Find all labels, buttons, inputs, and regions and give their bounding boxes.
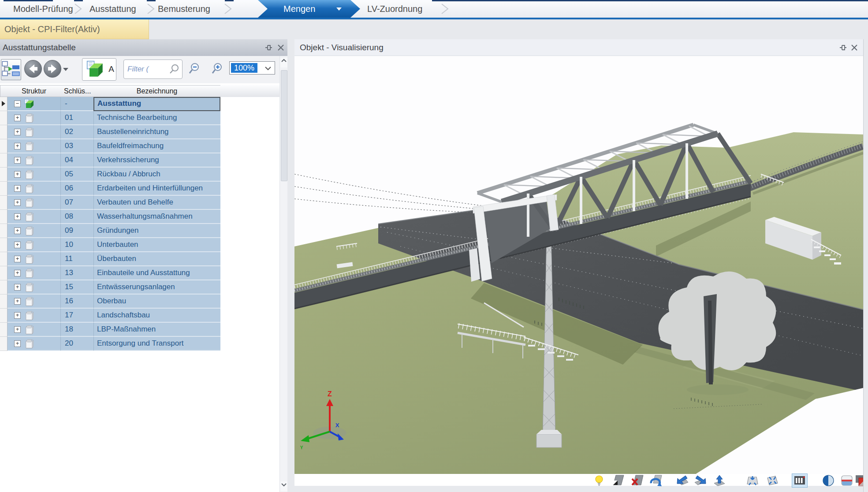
label-cell[interactable]: Verbauten und Behelfe [93, 196, 220, 210]
expand-collapse-icon[interactable]: + [14, 199, 21, 206]
row-marker-cell[interactable] [0, 266, 7, 280]
pin-icon[interactable] [264, 43, 273, 52]
expand-collapse-icon[interactable]: + [14, 213, 21, 220]
tree-cell[interactable]: + [7, 294, 60, 309]
key-cell[interactable]: 18 [60, 323, 93, 337]
row-marker-cell[interactable] [0, 210, 7, 224]
expand-collapse-icon[interactable]: + [14, 227, 21, 234]
label-cell[interactable]: Überbauten [93, 252, 220, 266]
row-marker-cell[interactable] [0, 323, 7, 337]
row-marker-cell[interactable] [0, 309, 7, 323]
delete-object-icon[interactable] [631, 474, 644, 487]
table-row[interactable]: + 16 Oberbau [0, 294, 220, 309]
row-marker-cell[interactable] [0, 168, 7, 182]
expand-collapse-icon[interactable]: + [14, 284, 21, 291]
tree-cell[interactable]: + [7, 182, 60, 196]
table-row[interactable]: + 04 Verkehrssicherung [0, 153, 220, 168]
key-cell[interactable]: 02 [60, 125, 93, 139]
tree-view-button[interactable] [1, 59, 21, 80]
row-marker-cell[interactable] [0, 111, 7, 125]
tree-cell[interactable]: + [7, 153, 60, 168]
model-object-button[interactable]: A [82, 58, 116, 81]
tree-cell[interactable]: + [7, 309, 60, 323]
pin-icon[interactable] [839, 43, 848, 52]
back-button[interactable] [24, 60, 42, 78]
search-icon[interactable] [169, 64, 179, 75]
pan-left-icon[interactable] [675, 474, 689, 487]
row-marker-cell[interactable] [0, 125, 7, 139]
label-cell[interactable]: Erdarbeiten und Hinterfüllungen [93, 182, 220, 196]
expand-collapse-icon[interactable]: + [14, 242, 21, 248]
key-cell[interactable]: 17 [60, 309, 93, 323]
table-row[interactable]: + 17 Landschaftsbau [0, 309, 220, 323]
tree-cell[interactable]: + [7, 125, 60, 139]
table-row[interactable]: + 06 Erdarbeiten und Hinterfüllungen [0, 182, 220, 196]
table-scrollbar[interactable] [279, 56, 287, 492]
key-cell[interactable]: 11 [60, 252, 93, 266]
key-cell[interactable]: 15 [60, 280, 93, 294]
label-cell[interactable]: Verkehrssicherung [93, 153, 220, 168]
label-cell[interactable]: Rückbau / Abbruch [93, 168, 220, 182]
history-dropdown-icon[interactable] [63, 68, 68, 71]
chevron-down-icon[interactable] [336, 7, 342, 11]
label-cell[interactable]: Baufeldfreimachung [93, 139, 220, 153]
label-cell[interactable]: Unterbauten [93, 238, 220, 252]
tree-cell[interactable]: + [7, 111, 60, 125]
table-row[interactable]: + 02 Baustelleneinrichtung [0, 125, 220, 139]
key-cell[interactable]: 10 [60, 238, 93, 252]
tab-ausstattung[interactable]: Ausstattung [89, 0, 136, 18]
zoom-window-icon[interactable] [766, 474, 779, 487]
row-marker-cell[interactable] [0, 252, 7, 266]
key-cell[interactable]: 04 [60, 153, 93, 168]
column-header-struktur[interactable]: Struktur [7, 85, 61, 97]
table-row[interactable]: + 10 Unterbauten [0, 238, 220, 252]
expand-collapse-icon[interactable]: + [14, 256, 21, 262]
table-row[interactable]: + 08 Wasserhaltungsmaßnahmen [0, 210, 220, 224]
tree-cell[interactable]: + [7, 280, 60, 294]
row-marker-cell[interactable] [0, 97, 7, 111]
rotate-view-icon[interactable] [649, 474, 663, 487]
expand-collapse-icon[interactable]: − [14, 101, 21, 107]
scroll-down-button[interactable] [280, 481, 287, 491]
filter-input[interactable] [127, 62, 168, 76]
tree-cell[interactable]: + [7, 323, 60, 337]
expand-collapse-icon[interactable]: + [14, 157, 21, 164]
label-cell[interactable]: Entwässerungsanlagen [93, 280, 220, 294]
table-row[interactable]: + 18 LBP-Maßnahmen [0, 323, 220, 337]
shading-mode-icon[interactable] [822, 474, 835, 487]
table-row[interactable]: + 09 Gründungen [0, 224, 220, 238]
key-cell[interactable]: 20 [60, 337, 93, 351]
row-marker-cell[interactable] [0, 153, 7, 168]
table-row[interactable]: + 05 Rückbau / Abbruch [0, 168, 220, 182]
key-cell[interactable]: 08 [60, 210, 93, 224]
table-row[interactable]: + 15 Entwässerungsanlagen [0, 280, 220, 294]
model-structure-icon[interactable] [792, 473, 808, 488]
key-cell[interactable]: 07 [60, 196, 93, 210]
label-cell[interactable]: LBP-Maßnahmen [93, 323, 220, 337]
key-cell[interactable]: 03 [60, 139, 93, 153]
tab-mengen-active[interactable]: Mengen [258, 0, 360, 18]
row-marker-cell[interactable] [0, 238, 7, 252]
scrollbar-thumb[interactable] [281, 70, 287, 181]
tree-cell[interactable]: + [7, 168, 60, 182]
key-cell[interactable]: 01 [60, 111, 93, 125]
label-cell[interactable]: Gründungen [93, 224, 220, 238]
tree-cell[interactable]: + [7, 252, 60, 266]
table-row[interactable]: + 01 Technische Bearbeitung [0, 111, 220, 125]
row-marker-cell[interactable] [0, 182, 7, 196]
tab-bemusterung[interactable]: Bemusterung [158, 0, 210, 18]
expand-collapse-icon[interactable]: + [14, 143, 21, 149]
key-cell[interactable]: 05 [60, 168, 93, 182]
expand-collapse-icon[interactable]: + [14, 298, 21, 305]
zoom-out-icon[interactable] [188, 63, 201, 76]
tree-cell[interactable]: + [7, 196, 60, 210]
column-header-schluessel[interactable]: Schlüs... [60, 85, 94, 97]
row-marker-cell[interactable] [0, 280, 7, 294]
label-cell[interactable]: Landschaftsbau [93, 309, 220, 323]
table-row[interactable]: + 20 Entsorgung und Transport [0, 337, 220, 351]
expand-collapse-icon[interactable]: + [14, 270, 21, 276]
expand-collapse-icon[interactable]: + [14, 185, 21, 192]
key-cell[interactable]: - [60, 97, 93, 111]
key-cell[interactable]: 13 [60, 266, 93, 280]
expand-collapse-icon[interactable]: + [14, 312, 21, 319]
